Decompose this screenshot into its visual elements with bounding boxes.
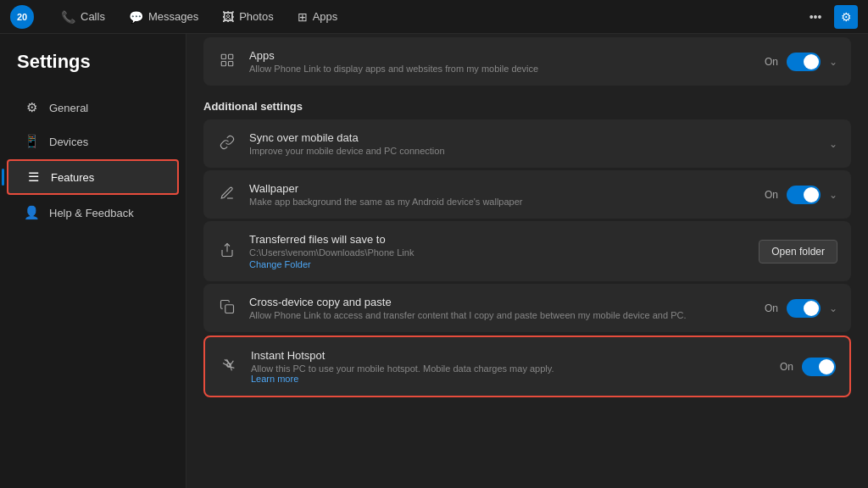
change-folder-link[interactable]: Change Folder xyxy=(249,259,759,269)
messages-icon: 💬 xyxy=(129,10,143,24)
sidebar-item-general[interactable]: ⚙ General xyxy=(7,92,179,124)
wallpaper-icon xyxy=(217,186,237,204)
wallpaper-text: Wallpaper Make app background the same a… xyxy=(249,182,765,207)
sidebar-item-features[interactable]: ☰ Features xyxy=(7,159,179,195)
devices-icon: 📱 xyxy=(24,134,39,149)
hotspot-learn-link[interactable]: Learn more xyxy=(251,374,780,384)
sidebar-item-features-label: Features xyxy=(51,171,94,184)
files-text: Transferred files will save to C:\Users\… xyxy=(249,233,759,269)
hotspot-title: Instant Hotspot xyxy=(251,349,780,362)
sync-title: Sync over mobile data xyxy=(249,131,829,144)
files-right: Open folder xyxy=(759,240,837,263)
apps-chevron[interactable]: ⌄ xyxy=(829,56,837,68)
files-setting-row: Transferred files will save to C:\Users\… xyxy=(203,221,851,281)
features-icon: ☰ xyxy=(25,169,41,185)
files-path: C:\Users\venom\Downloads\Phone Link xyxy=(249,247,759,258)
hotspot-setting-row: Instant Hotspot Allow this PC to use you… xyxy=(203,336,851,397)
nav-calls[interactable]: 📞 Calls xyxy=(51,5,115,29)
content-area: Apps Allow Phone Link to display apps an… xyxy=(186,34,868,488)
wallpaper-desc: Make app background the same as my Andro… xyxy=(249,197,765,207)
logo-badge: 20 xyxy=(10,5,34,29)
hotspot-desc: Allow this PC to use your mobile hotspot… xyxy=(251,363,780,374)
calls-icon: 📞 xyxy=(61,10,75,24)
hotspot-right: On xyxy=(780,358,836,376)
nav-photos-label: Photos xyxy=(239,10,273,23)
hotspot-toggle[interactable] xyxy=(802,358,836,376)
nav-messages-label: Messages xyxy=(148,10,198,23)
sidebar-item-help-label: Help & Feedback xyxy=(49,207,134,219)
nav-apps-label: Apps xyxy=(313,10,338,23)
sidebar: Settings ⚙ General 📱 Devices ☰ Features … xyxy=(0,34,186,488)
copypaste-toggle-label: On xyxy=(765,302,778,314)
nav-apps[interactable]: ⊞ Apps xyxy=(287,5,348,29)
copypaste-left: Cross-device copy and paste Allow Phone … xyxy=(217,296,765,320)
apps-toggle[interactable] xyxy=(787,53,821,71)
apps-toggle-label: On xyxy=(765,56,778,68)
copypaste-setting-row: Cross-device copy and paste Allow Phone … xyxy=(203,284,851,332)
settings-icon: ⚙ xyxy=(841,10,852,24)
copypaste-icon xyxy=(217,299,237,318)
apps-row-icon xyxy=(217,53,237,71)
apps-left: Apps Allow Phone Link to display apps an… xyxy=(217,49,765,74)
apps-title: Apps xyxy=(249,49,765,62)
wallpaper-left: Wallpaper Make app background the same a… xyxy=(217,182,765,207)
files-icon xyxy=(217,242,237,261)
copypaste-text: Cross-device copy and paste Allow Phone … xyxy=(249,296,765,320)
photos-icon: 🖼 xyxy=(222,10,234,24)
copypaste-title: Cross-device copy and paste xyxy=(249,296,765,308)
sidebar-item-devices[interactable]: 📱 Devices xyxy=(7,125,179,158)
sync-setting-row: Sync over mobile data Improve your mobil… xyxy=(203,119,851,168)
nav-messages[interactable]: 💬 Messages xyxy=(119,5,209,29)
svg-rect-1 xyxy=(229,54,233,58)
apps-right: On ⌄ xyxy=(765,53,837,71)
sync-desc: Improve your mobile device and PC connec… xyxy=(249,146,829,156)
apps-desc: Allow Phone Link to display apps and web… xyxy=(249,64,765,74)
active-indicator xyxy=(2,169,4,186)
settings-button[interactable]: ⚙ xyxy=(834,5,858,29)
apps-icon: ⊞ xyxy=(298,10,308,24)
titlebar-actions: ••• ⚙ xyxy=(804,5,858,29)
hotspot-toggle-label: On xyxy=(780,361,793,373)
sync-left: Sync over mobile data Improve your mobil… xyxy=(217,131,829,156)
wallpaper-chevron[interactable]: ⌄ xyxy=(829,189,837,201)
nav-calls-label: Calls xyxy=(81,10,105,23)
apps-setting-row: Apps Allow Phone Link to display apps an… xyxy=(203,37,851,86)
help-icon: 👤 xyxy=(24,205,39,220)
files-left: Transferred files will save to C:\Users\… xyxy=(217,233,759,269)
general-icon: ⚙ xyxy=(24,100,39,115)
svg-rect-3 xyxy=(229,61,233,65)
open-folder-button[interactable]: Open folder xyxy=(759,240,837,263)
wallpaper-right: On ⌄ xyxy=(765,186,837,204)
main-layout: Settings ⚙ General 📱 Devices ☰ Features … xyxy=(0,34,868,488)
svg-rect-5 xyxy=(225,304,234,313)
wallpaper-setting-row: Wallpaper Make app background the same a… xyxy=(203,170,851,219)
copypaste-chevron[interactable]: ⌄ xyxy=(829,302,837,314)
sync-icon xyxy=(217,135,237,153)
sync-right: ⌄ xyxy=(829,138,837,150)
logo-text: 20 xyxy=(17,12,27,22)
more-button[interactable]: ••• xyxy=(804,5,827,29)
files-title: Transferred files will save to xyxy=(249,233,759,246)
additional-settings-header: Additional settings xyxy=(203,88,851,119)
sidebar-item-general-label: General xyxy=(49,102,88,114)
wallpaper-toggle[interactable] xyxy=(787,186,821,204)
sidebar-item-help[interactable]: 👤 Help & Feedback xyxy=(7,197,179,229)
titlebar: 20 📞 Calls 💬 Messages 🖼 Photos ⊞ Apps ••… xyxy=(0,0,868,34)
hotspot-left: Instant Hotspot Allow this PC to use you… xyxy=(219,349,780,384)
content-inner: Apps Allow Phone Link to display apps an… xyxy=(186,37,868,417)
copypaste-right: On ⌄ xyxy=(765,299,837,318)
wallpaper-toggle-label: On xyxy=(765,189,778,201)
wallpaper-title: Wallpaper xyxy=(249,182,765,195)
nav-photos[interactable]: 🖼 Photos xyxy=(212,5,283,29)
hotspot-text: Instant Hotspot Allow this PC to use you… xyxy=(251,349,780,384)
sync-chevron[interactable]: ⌄ xyxy=(829,138,837,150)
copypaste-desc: Allow Phone Link to access and transfer … xyxy=(249,310,765,320)
sidebar-item-devices-label: Devices xyxy=(49,136,88,148)
sync-text: Sync over mobile data Improve your mobil… xyxy=(249,131,829,156)
apps-text: Apps Allow Phone Link to display apps an… xyxy=(249,49,765,74)
sidebar-title: Settings xyxy=(0,51,186,90)
copypaste-toggle[interactable] xyxy=(787,299,821,318)
app-logo: 20 xyxy=(10,5,34,29)
svg-rect-0 xyxy=(221,54,225,58)
hotspot-icon xyxy=(219,358,239,376)
